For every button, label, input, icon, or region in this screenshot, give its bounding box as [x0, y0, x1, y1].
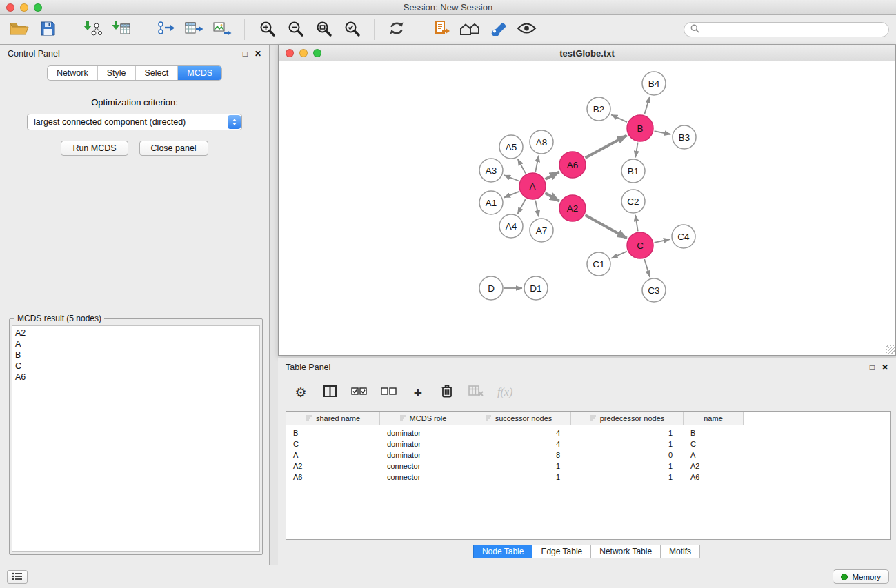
export-image-button[interactable] — [210, 18, 235, 41]
graph-node-B3[interactable]: B3 — [673, 125, 696, 149]
tab-node-table[interactable]: Node Table — [473, 545, 533, 558]
graph-node-B2[interactable]: B2 — [587, 97, 610, 121]
float-panel-icon[interactable]: □ — [243, 49, 248, 59]
task-history-button[interactable] — [7, 570, 28, 584]
memory-button[interactable]: Memory — [833, 569, 889, 584]
mcds-result-item[interactable]: A2 — [15, 327, 257, 338]
toggle-visibility-button[interactable] — [514, 18, 539, 41]
mcds-result-list[interactable]: A2ABCA6 — [12, 325, 260, 552]
table-row[interactable]: A6connector11A6 — [286, 472, 890, 483]
style-edit-button[interactable] — [486, 18, 510, 41]
toggle-columns-button[interactable] — [322, 383, 337, 401]
deselect-all-button[interactable] — [381, 383, 397, 401]
tab-style[interactable]: Style — [98, 66, 136, 80]
table-row[interactable]: A2connector11A2 — [286, 460, 890, 472]
sort-icon — [399, 415, 406, 421]
table-settings-button[interactable]: ⚙ — [293, 383, 308, 401]
graph-node-B[interactable]: B — [627, 115, 653, 141]
graph-node-A[interactable]: A — [519, 173, 546, 199]
close-table-panel-icon[interactable]: ✕ — [882, 363, 888, 372]
graph-node-B4[interactable]: B4 — [642, 72, 666, 95]
tab-select[interactable]: Select — [136, 66, 179, 80]
tab-mcds[interactable]: MCDS — [178, 66, 221, 80]
network-window-titlebar[interactable]: testGlobe.txt — [279, 45, 895, 61]
zoom-in-button[interactable] — [255, 18, 279, 41]
zoom-selected-button[interactable] — [339, 18, 364, 41]
export-network-button[interactable] — [153, 18, 178, 41]
export-table-button[interactable] — [181, 18, 206, 41]
svg-text:A3: A3 — [486, 165, 497, 176]
graph-node-C[interactable]: C — [627, 232, 653, 258]
close-window-button[interactable] — [6, 3, 14, 12]
graph-node-C4[interactable]: C4 — [672, 225, 695, 248]
network-canvas[interactable]: B4B2BB3A8A5A6A3B1AC2A1A2A4A7C4CC1DD1C3 — [279, 61, 895, 355]
tab-edge-table[interactable]: Edge Table — [532, 545, 591, 558]
column-header-name[interactable]: name — [684, 412, 744, 425]
graph-node-D1[interactable]: D1 — [524, 276, 548, 300]
column-header-successor-nodes[interactable]: successor nodes — [466, 412, 571, 425]
close-panel-button[interactable]: Close panel — [139, 141, 208, 156]
function-builder-button[interactable]: f(x) — [497, 383, 512, 401]
minimize-window-button[interactable] — [20, 3, 28, 12]
zoom-out-button[interactable] — [283, 18, 308, 41]
graph-node-A8[interactable]: A8 — [530, 130, 553, 154]
graph-node-A2[interactable]: A2 — [559, 195, 586, 221]
import-network-button[interactable] — [80, 18, 105, 41]
graph-node-D[interactable]: D — [479, 276, 503, 300]
svg-text:D: D — [488, 283, 495, 294]
close-panel-icon[interactable]: ✕ — [255, 49, 261, 59]
import-table-button[interactable] — [108, 18, 133, 41]
refresh-layout-button[interactable] — [384, 18, 409, 41]
graph-node-A1[interactable]: A1 — [479, 191, 503, 214]
svg-text:B1: B1 — [628, 166, 639, 176]
tab-network[interactable]: Network — [48, 66, 98, 80]
graph-node-C1[interactable]: C1 — [587, 252, 610, 276]
save-session-button[interactable] — [35, 18, 60, 41]
open-session-button[interactable] — [7, 18, 32, 41]
table-cell: connector — [380, 473, 466, 481]
table-row[interactable]: Bdominator41B — [286, 427, 890, 438]
network-minimize-button[interactable] — [299, 49, 308, 57]
zoom-selected-icon — [344, 20, 361, 40]
column-header-mcds-role[interactable]: MCDS role — [380, 412, 466, 425]
column-header-shared-name[interactable]: shared name — [286, 412, 380, 425]
svg-text:B: B — [637, 123, 643, 134]
duplicate-network-button[interactable] — [429, 18, 454, 41]
zoom-fit-button[interactable] — [311, 18, 336, 41]
graph-node-A5[interactable]: A5 — [499, 135, 523, 159]
window-resize-handle[interactable] — [886, 345, 895, 354]
select-all-button[interactable] — [351, 383, 367, 401]
graph-edge — [644, 97, 650, 114]
graph-node-C2[interactable]: C2 — [621, 190, 645, 213]
window-title: Session: New Session — [0, 2, 896, 12]
graph-node-B1[interactable]: B1 — [621, 159, 645, 183]
float-table-panel-icon[interactable]: □ — [870, 363, 875, 372]
mcds-result-item[interactable]: B — [15, 349, 257, 361]
network-graph[interactable]: B4B2BB3A8A5A6A3B1AC2A1A2A4A7C4CC1DD1C3 — [279, 61, 895, 355]
add-column-button[interactable]: + — [410, 383, 426, 401]
delete-column-button[interactable] — [439, 383, 455, 401]
home-button[interactable] — [457, 18, 482, 41]
tab-network-table[interactable]: Network Table — [590, 545, 661, 558]
delete-table-button[interactable] — [468, 383, 484, 401]
network-zoom-button[interactable] — [313, 49, 321, 57]
search-input[interactable] — [704, 25, 882, 34]
graph-node-A4[interactable]: A4 — [499, 214, 523, 238]
mcds-result-item[interactable]: A6 — [15, 372, 257, 383]
table-row[interactable]: Cdominator41C — [286, 438, 890, 449]
graph-node-A6[interactable]: A6 — [559, 152, 586, 178]
column-header-predecessor-nodes[interactable]: predecessor nodes — [571, 412, 684, 425]
graph-node-A3[interactable]: A3 — [479, 159, 503, 182]
table-cell: dominator — [380, 451, 466, 459]
graph-node-A7[interactable]: A7 — [530, 219, 553, 242]
network-close-button[interactable] — [286, 49, 294, 57]
table-row[interactable]: Adominator80A — [286, 449, 890, 460]
run-mcds-button[interactable]: Run MCDS — [61, 141, 128, 156]
graph-edge — [644, 259, 650, 277]
zoom-window-button[interactable] — [34, 3, 42, 12]
graph-node-C3[interactable]: C3 — [642, 278, 666, 302]
optimization-dropdown[interactable]: largest connected component (directed) — [27, 114, 242, 130]
mcds-result-item[interactable]: C — [15, 361, 257, 372]
tab-motifs[interactable]: Motifs — [660, 545, 700, 558]
mcds-result-item[interactable]: A — [15, 338, 257, 349]
